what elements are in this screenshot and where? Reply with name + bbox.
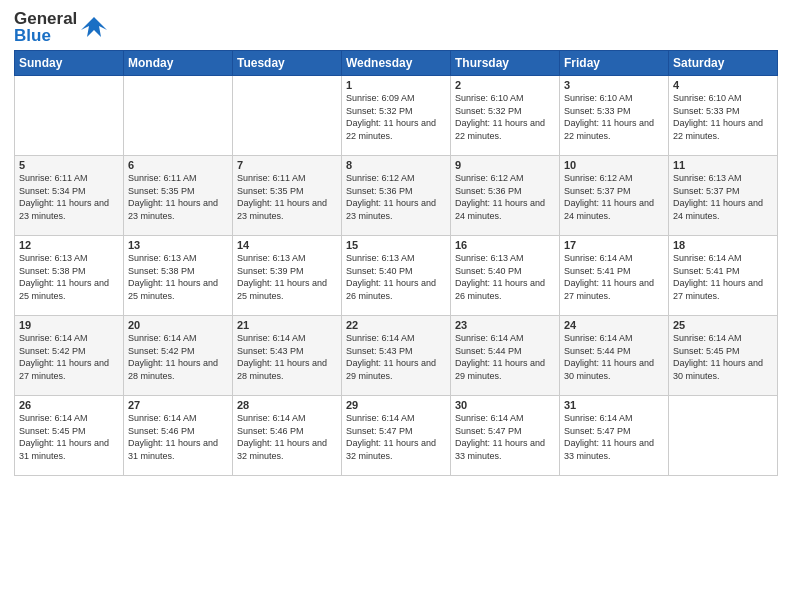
day-number: 6 (128, 159, 228, 171)
calendar-cell: 2Sunrise: 6:10 AMSunset: 5:32 PMDaylight… (451, 76, 560, 156)
day-of-week-header: Wednesday (342, 51, 451, 76)
day-info: Sunrise: 6:14 AMSunset: 5:47 PMDaylight:… (346, 412, 446, 462)
calendar-cell: 17Sunrise: 6:14 AMSunset: 5:41 PMDayligh… (560, 236, 669, 316)
day-of-week-header: Saturday (669, 51, 778, 76)
calendar-cell: 19Sunrise: 6:14 AMSunset: 5:42 PMDayligh… (15, 316, 124, 396)
calendar-week-row: 26Sunrise: 6:14 AMSunset: 5:45 PMDayligh… (15, 396, 778, 476)
day-number: 25 (673, 319, 773, 331)
day-number: 27 (128, 399, 228, 411)
day-info: Sunrise: 6:13 AMSunset: 5:40 PMDaylight:… (346, 252, 446, 302)
day-number: 17 (564, 239, 664, 251)
calendar-cell: 31Sunrise: 6:14 AMSunset: 5:47 PMDayligh… (560, 396, 669, 476)
day-number: 4 (673, 79, 773, 91)
svg-marker-0 (81, 17, 107, 37)
day-number: 5 (19, 159, 119, 171)
day-info: Sunrise: 6:14 AMSunset: 5:47 PMDaylight:… (564, 412, 664, 462)
calendar-cell: 23Sunrise: 6:14 AMSunset: 5:44 PMDayligh… (451, 316, 560, 396)
day-number: 21 (237, 319, 337, 331)
calendar-cell: 3Sunrise: 6:10 AMSunset: 5:33 PMDaylight… (560, 76, 669, 156)
calendar-cell: 30Sunrise: 6:14 AMSunset: 5:47 PMDayligh… (451, 396, 560, 476)
day-number: 12 (19, 239, 119, 251)
calendar-cell: 25Sunrise: 6:14 AMSunset: 5:45 PMDayligh… (669, 316, 778, 396)
calendar-cell: 28Sunrise: 6:14 AMSunset: 5:46 PMDayligh… (233, 396, 342, 476)
calendar-cell: 21Sunrise: 6:14 AMSunset: 5:43 PMDayligh… (233, 316, 342, 396)
day-number: 1 (346, 79, 446, 91)
calendar-cell: 29Sunrise: 6:14 AMSunset: 5:47 PMDayligh… (342, 396, 451, 476)
calendar-cell: 12Sunrise: 6:13 AMSunset: 5:38 PMDayligh… (15, 236, 124, 316)
calendar-cell: 24Sunrise: 6:14 AMSunset: 5:44 PMDayligh… (560, 316, 669, 396)
calendar-header-row: SundayMondayTuesdayWednesdayThursdayFrid… (15, 51, 778, 76)
logo-blue-text: Blue (14, 27, 77, 44)
day-info: Sunrise: 6:09 AMSunset: 5:32 PMDaylight:… (346, 92, 446, 142)
calendar-cell (15, 76, 124, 156)
day-info: Sunrise: 6:11 AMSunset: 5:35 PMDaylight:… (128, 172, 228, 222)
calendar-cell: 15Sunrise: 6:13 AMSunset: 5:40 PMDayligh… (342, 236, 451, 316)
day-number: 9 (455, 159, 555, 171)
calendar-cell: 13Sunrise: 6:13 AMSunset: 5:38 PMDayligh… (124, 236, 233, 316)
calendar-cell: 18Sunrise: 6:14 AMSunset: 5:41 PMDayligh… (669, 236, 778, 316)
day-number: 19 (19, 319, 119, 331)
day-number: 20 (128, 319, 228, 331)
calendar-cell: 5Sunrise: 6:11 AMSunset: 5:34 PMDaylight… (15, 156, 124, 236)
calendar-cell: 26Sunrise: 6:14 AMSunset: 5:45 PMDayligh… (15, 396, 124, 476)
calendar-cell: 4Sunrise: 6:10 AMSunset: 5:33 PMDaylight… (669, 76, 778, 156)
day-number: 2 (455, 79, 555, 91)
day-number: 26 (19, 399, 119, 411)
day-number: 24 (564, 319, 664, 331)
day-number: 11 (673, 159, 773, 171)
day-info: Sunrise: 6:14 AMSunset: 5:42 PMDaylight:… (19, 332, 119, 382)
day-number: 13 (128, 239, 228, 251)
day-number: 10 (564, 159, 664, 171)
day-info: Sunrise: 6:12 AMSunset: 5:36 PMDaylight:… (346, 172, 446, 222)
calendar-cell: 9Sunrise: 6:12 AMSunset: 5:36 PMDaylight… (451, 156, 560, 236)
day-number: 31 (564, 399, 664, 411)
day-info: Sunrise: 6:10 AMSunset: 5:32 PMDaylight:… (455, 92, 555, 142)
day-info: Sunrise: 6:14 AMSunset: 5:47 PMDaylight:… (455, 412, 555, 462)
calendar-cell: 27Sunrise: 6:14 AMSunset: 5:46 PMDayligh… (124, 396, 233, 476)
calendar-cell: 7Sunrise: 6:11 AMSunset: 5:35 PMDaylight… (233, 156, 342, 236)
calendar-cell: 11Sunrise: 6:13 AMSunset: 5:37 PMDayligh… (669, 156, 778, 236)
day-info: Sunrise: 6:13 AMSunset: 5:38 PMDaylight:… (128, 252, 228, 302)
calendar-cell: 6Sunrise: 6:11 AMSunset: 5:35 PMDaylight… (124, 156, 233, 236)
day-info: Sunrise: 6:14 AMSunset: 5:43 PMDaylight:… (237, 332, 337, 382)
day-info: Sunrise: 6:14 AMSunset: 5:46 PMDaylight:… (237, 412, 337, 462)
day-info: Sunrise: 6:10 AMSunset: 5:33 PMDaylight:… (564, 92, 664, 142)
calendar-table: SundayMondayTuesdayWednesdayThursdayFrid… (14, 50, 778, 476)
day-number: 28 (237, 399, 337, 411)
day-number: 30 (455, 399, 555, 411)
day-of-week-header: Thursday (451, 51, 560, 76)
day-info: Sunrise: 6:14 AMSunset: 5:43 PMDaylight:… (346, 332, 446, 382)
day-of-week-header: Sunday (15, 51, 124, 76)
day-number: 8 (346, 159, 446, 171)
day-of-week-header: Monday (124, 51, 233, 76)
logo: General Blue (14, 10, 109, 44)
day-number: 3 (564, 79, 664, 91)
day-info: Sunrise: 6:12 AMSunset: 5:36 PMDaylight:… (455, 172, 555, 222)
calendar-cell (669, 396, 778, 476)
calendar-cell (233, 76, 342, 156)
day-info: Sunrise: 6:14 AMSunset: 5:46 PMDaylight:… (128, 412, 228, 462)
calendar-cell: 22Sunrise: 6:14 AMSunset: 5:43 PMDayligh… (342, 316, 451, 396)
day-info: Sunrise: 6:14 AMSunset: 5:44 PMDaylight:… (564, 332, 664, 382)
day-number: 18 (673, 239, 773, 251)
day-info: Sunrise: 6:12 AMSunset: 5:37 PMDaylight:… (564, 172, 664, 222)
day-info: Sunrise: 6:10 AMSunset: 5:33 PMDaylight:… (673, 92, 773, 142)
calendar-cell: 10Sunrise: 6:12 AMSunset: 5:37 PMDayligh… (560, 156, 669, 236)
day-info: Sunrise: 6:14 AMSunset: 5:45 PMDaylight:… (19, 412, 119, 462)
day-info: Sunrise: 6:14 AMSunset: 5:41 PMDaylight:… (564, 252, 664, 302)
day-number: 29 (346, 399, 446, 411)
day-info: Sunrise: 6:14 AMSunset: 5:44 PMDaylight:… (455, 332, 555, 382)
calendar-week-row: 12Sunrise: 6:13 AMSunset: 5:38 PMDayligh… (15, 236, 778, 316)
calendar-cell: 8Sunrise: 6:12 AMSunset: 5:36 PMDaylight… (342, 156, 451, 236)
day-info: Sunrise: 6:13 AMSunset: 5:37 PMDaylight:… (673, 172, 773, 222)
day-info: Sunrise: 6:13 AMSunset: 5:38 PMDaylight:… (19, 252, 119, 302)
day-info: Sunrise: 6:13 AMSunset: 5:39 PMDaylight:… (237, 252, 337, 302)
calendar-week-row: 5Sunrise: 6:11 AMSunset: 5:34 PMDaylight… (15, 156, 778, 236)
day-number: 23 (455, 319, 555, 331)
day-info: Sunrise: 6:14 AMSunset: 5:42 PMDaylight:… (128, 332, 228, 382)
logo-bird-icon (79, 12, 109, 42)
day-number: 16 (455, 239, 555, 251)
calendar-cell: 1Sunrise: 6:09 AMSunset: 5:32 PMDaylight… (342, 76, 451, 156)
logo-general: General (14, 10, 77, 27)
calendar-week-row: 1Sunrise: 6:09 AMSunset: 5:32 PMDaylight… (15, 76, 778, 156)
